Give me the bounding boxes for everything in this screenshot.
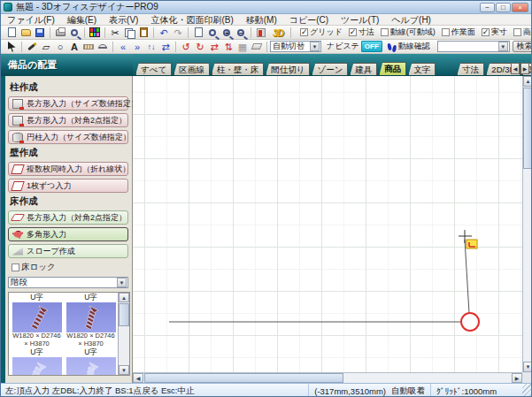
stair-item[interactable]: U字 bbox=[64, 347, 118, 376]
grid-checkbox[interactable]: ✓ グリッド bbox=[300, 27, 343, 38]
measure-tool-button[interactable] bbox=[81, 41, 96, 53]
tab-partition-line[interactable]: 区画線 bbox=[173, 63, 210, 75]
redo-button[interactable]: ↷ bbox=[171, 27, 185, 39]
flow-check-button[interactable]: 動線確認 bbox=[388, 41, 430, 52]
menu-build-print[interactable]: 立体化・図面印刷(B) bbox=[144, 14, 239, 26]
scroll-down-icon[interactable]: ▼ bbox=[119, 365, 129, 375]
line-tool-button[interactable] bbox=[25, 41, 39, 53]
floor-rect-2point-button[interactable]: 長方形入力（対角2点指定） bbox=[8, 210, 128, 225]
copy-button[interactable] bbox=[122, 27, 136, 39]
tab-text[interactable]: 文字 bbox=[408, 63, 436, 75]
minimize-button[interactable]: − bbox=[480, 3, 495, 12]
actual-size-checkbox[interactable]: ✓ 実寸 bbox=[482, 27, 507, 38]
group-button[interactable]: ▦ bbox=[235, 41, 250, 53]
scrollbar-thumb[interactable] bbox=[144, 373, 343, 383]
angle-tool-button[interactable] bbox=[96, 41, 110, 53]
search-input[interactable] bbox=[438, 42, 497, 51]
zoom-out-button[interactable]: − bbox=[234, 27, 248, 39]
eraser-button[interactable] bbox=[250, 41, 264, 53]
title-bar[interactable]: 無題 - 3DオフィスデザイナーPRO9 − □ × bbox=[1, 1, 531, 14]
floor-lock-checkbox[interactable]: ✓ 床ロック bbox=[12, 262, 128, 273]
stair-item[interactable]: U字 W1820 × D2746× H3870 bbox=[10, 293, 64, 347]
new-file-button[interactable] bbox=[4, 27, 19, 39]
tab-scroll-left-icon[interactable]: ◀ bbox=[511, 63, 520, 74]
chevron-down-icon[interactable]: ▼ bbox=[117, 278, 127, 287]
stair-item[interactable]: U字 bbox=[10, 347, 64, 376]
nudge-left-button[interactable]: « bbox=[116, 41, 130, 53]
tab-dimension[interactable]: 寸法 bbox=[457, 63, 484, 75]
palette-settings-button[interactable] bbox=[88, 27, 102, 39]
tab-scroll-right-icon[interactable]: ▶ bbox=[520, 63, 529, 74]
tab-partition[interactable]: 間仕切り bbox=[266, 63, 310, 75]
flip-vertical-button[interactable]: ⇅ bbox=[221, 41, 235, 53]
close-button[interactable]: × bbox=[512, 3, 528, 12]
scroll-right-icon[interactable]: ▶ bbox=[512, 373, 522, 383]
scroll-up-icon[interactable]: ▲ bbox=[119, 293, 129, 302]
pillar-cylinder-button[interactable]: 円柱入力（サイズ数値指定） bbox=[8, 130, 128, 144]
walkthrough-button[interactable] bbox=[254, 27, 268, 39]
product-number-checkbox[interactable]: ✓ 商品番号 bbox=[513, 27, 532, 38]
menu-file[interactable]: ファイル(F) bbox=[1, 14, 61, 26]
scroll-up-icon[interactable]: ▲ bbox=[523, 76, 532, 87]
nudge-right-button[interactable]: » bbox=[130, 41, 144, 53]
resize-grip[interactable] bbox=[522, 384, 531, 397]
rotate-left-button[interactable]: ↺ bbox=[179, 41, 193, 53]
tab-fittings[interactable]: 建具 bbox=[350, 63, 377, 75]
search-combobox[interactable]: ▼ bbox=[437, 41, 510, 52]
zoom-fit-button[interactable] bbox=[191, 27, 205, 39]
workplane-checkbox-box[interactable]: ✓ bbox=[442, 28, 450, 36]
circle-tool-button[interactable]: ○ bbox=[53, 41, 67, 53]
wall-single-button[interactable]: 1枚ずつ入力 bbox=[8, 179, 128, 193]
tab-all[interactable]: すべて bbox=[135, 63, 172, 75]
flip-horizontal-button[interactable]: ⇄ bbox=[207, 41, 221, 53]
stair-thumbnail[interactable] bbox=[12, 302, 62, 332]
stair-thumbnail[interactable] bbox=[66, 302, 116, 332]
stair-list-scrollbar[interactable]: ▲ ▼ bbox=[118, 293, 129, 375]
grid-checkbox-box[interactable]: ✓ bbox=[300, 28, 308, 36]
flow-range-checkbox[interactable]: ✓ 動線(可動域) bbox=[381, 27, 436, 38]
maximize-button[interactable]: □ bbox=[496, 3, 511, 12]
menu-move[interactable]: 移動(M) bbox=[240, 14, 283, 26]
dimension-checkbox[interactable]: ✓ 寸法 bbox=[349, 27, 374, 38]
stairs-dropdown[interactable]: 階段 ▼ bbox=[8, 277, 128, 288]
stair-item[interactable]: U字 W1820 × D2746× H3870 bbox=[64, 293, 118, 347]
tab-pillar-wall-floor[interactable]: 柱・壁・床 bbox=[212, 63, 265, 75]
pillar-rect-2point-button[interactable]: 長方形入力（対角2点指定） bbox=[8, 113, 128, 127]
rotate-right-button[interactable]: ↻ bbox=[193, 41, 207, 53]
nudge-vertical-button[interactable]: ↑↓ bbox=[144, 41, 158, 53]
print-button[interactable] bbox=[53, 27, 67, 39]
floor-slope-button[interactable]: スロープ作成 bbox=[8, 244, 128, 258]
cut-button[interactable]: ✂ bbox=[108, 27, 122, 39]
menu-view[interactable]: 表示(V) bbox=[103, 14, 144, 26]
canvas-vertical-scrollbar[interactable]: ▲ ▼ bbox=[522, 76, 532, 372]
save-button[interactable] bbox=[33, 27, 47, 39]
paste-button[interactable] bbox=[136, 27, 150, 39]
navi-step-toggle[interactable]: ナビステ OFF bbox=[327, 41, 382, 52]
dimension-checkbox-box[interactable]: ✓ bbox=[349, 28, 357, 36]
tab-zone[interactable]: ゾーン bbox=[312, 63, 348, 75]
scroll-left-icon[interactable]: ◀ bbox=[133, 373, 143, 383]
plan-drawing-surface[interactable] bbox=[133, 76, 522, 372]
polygon-tool-button[interactable]: ▱ bbox=[39, 41, 53, 53]
product-number-checkbox-box[interactable]: ✓ bbox=[513, 28, 521, 36]
text-tool-button[interactable]: A bbox=[67, 41, 81, 53]
stair-thumbnail[interactable] bbox=[66, 357, 116, 376]
tab-products[interactable]: 商品 bbox=[379, 62, 406, 75]
actual-size-checkbox-box[interactable]: ✓ bbox=[482, 28, 490, 36]
open-file-button[interactable] bbox=[19, 27, 33, 39]
select-tool-button[interactable] bbox=[4, 41, 19, 53]
nudge-horizontal-button[interactable]: ⇄ bbox=[158, 41, 173, 53]
menu-copy[interactable]: コピー(C) bbox=[283, 14, 335, 26]
search-button[interactable]: 検索 bbox=[513, 41, 532, 52]
zoom-in-button[interactable]: + bbox=[220, 27, 234, 39]
snap-mode-combobox[interactable]: 自動切替 ▼ bbox=[270, 41, 321, 52]
flow-range-checkbox-box[interactable]: ✓ bbox=[381, 28, 389, 36]
undo-button[interactable]: ↶ bbox=[157, 27, 171, 39]
scrollbar-thumb[interactable] bbox=[523, 88, 532, 169]
stair-thumbnail[interactable] bbox=[12, 357, 62, 376]
floor-lock-checkbox-box[interactable]: ✓ bbox=[12, 263, 19, 271]
zoom-window-button[interactable] bbox=[205, 27, 220, 39]
menu-help[interactable]: ヘルプ(H) bbox=[385, 14, 437, 26]
view-3d-button[interactable]: 3D bbox=[268, 27, 288, 39]
chevron-down-icon[interactable]: ▼ bbox=[310, 42, 320, 51]
